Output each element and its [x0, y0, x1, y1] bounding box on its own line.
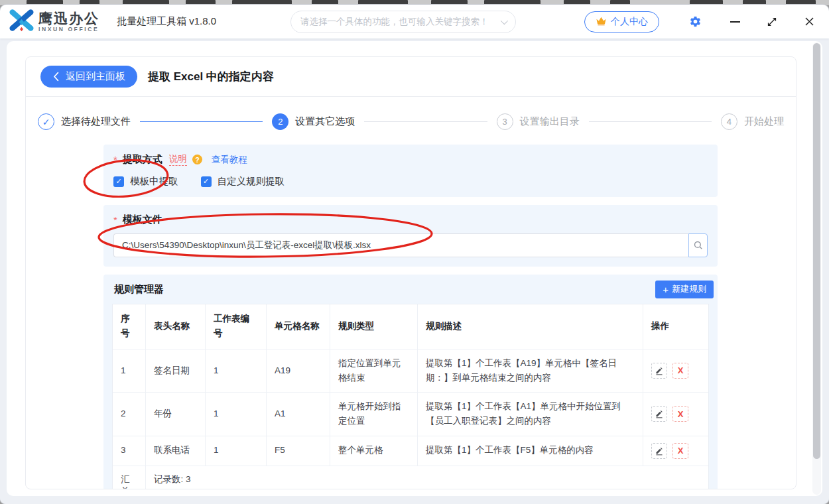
function-search-select[interactable]: 请选择一个具体的功能，也可输入关键字搜索！ — [290, 11, 516, 33]
step-label: 设置输出目录 — [520, 115, 580, 128]
close-button[interactable] — [801, 14, 817, 30]
minimize-icon — [730, 21, 740, 23]
step-1-select-files: ✓ 选择待处理文件 — [38, 113, 131, 130]
page-header: 返回到主面板 提取 Excel 中的指定内容 — [26, 57, 796, 97]
user-center-button[interactable]: 个人中心 — [584, 11, 659, 32]
table-header-row: 序号 表头名称 工作表编号 单元格名称 规则类型 规则描述 操作 — [113, 304, 708, 349]
required-asterisk: * — [113, 214, 117, 225]
step-connector — [589, 121, 712, 123]
summary-label: 汇总 — [113, 466, 146, 489]
pencil-icon — [655, 409, 664, 418]
step-number: 4 — [721, 113, 737, 130]
delete-rule-button[interactable]: X — [672, 443, 688, 459]
checkbox-label: 模板中提取 — [130, 175, 178, 188]
extract-method-label: 提取方式 — [123, 153, 162, 166]
step-4-start: 4 开始处理 — [721, 113, 784, 130]
template-file-label: 模板文件 — [123, 214, 162, 226]
restore-button[interactable] — [764, 14, 780, 30]
template-file-section: * 模板文件 — [103, 205, 718, 267]
content-area: 返回到主面板 提取 Excel 中的指定内容 ✓ 选择待处理文件 2 — [0, 38, 829, 504]
scrollbar-thumb[interactable] — [813, 43, 820, 459]
table-summary-row: 汇总 记录数: 3 — [113, 466, 708, 489]
back-button-label: 返回到主面板 — [66, 70, 125, 83]
plus-icon: + — [663, 284, 669, 294]
step-number: 3 — [497, 113, 513, 130]
brand-name-en: INXUN OFFICE — [38, 27, 99, 32]
new-rule-button[interactable]: + 新建规则 — [655, 281, 714, 298]
table-row: 2 年份 1 A1 单元格开始到指定位置 提取第【1】个工作表【A1】单元格中开… — [113, 393, 708, 436]
col-cell-name: 单元格名称 — [267, 304, 330, 349]
required-asterisk: * — [113, 154, 117, 165]
template-file-path-input[interactable] — [113, 233, 688, 257]
user-center-label: 个人中心 — [611, 16, 648, 28]
search-select-placeholder: 请选择一个具体的功能，也可输入关键字搜索！ — [300, 16, 489, 28]
checkbox-checked-icon: ✓ — [201, 176, 212, 187]
step-2-options: 2 设置其它选项 — [272, 113, 355, 130]
rules-table: 序号 表头名称 工作表编号 单元格名称 规则类型 规则描述 操作 1 — [112, 304, 709, 489]
help-link[interactable]: 说明 — [169, 153, 187, 166]
new-rule-label: 新建规则 — [672, 283, 706, 295]
step-3-output-dir: 3 设置输出目录 — [497, 113, 580, 130]
app-window: 鹰迅办公 INXUN OFFICE 批量处理工具箱 v1.8.0 请选择一个具体… — [0, 0, 829, 504]
step-connector — [140, 121, 263, 123]
back-to-dashboard-button[interactable]: 返回到主面板 — [40, 66, 137, 88]
step-label: 选择待处理文件 — [61, 115, 131, 128]
wizard-panel: 返回到主面板 提取 Excel 中的指定内容 ✓ 选择待处理文件 2 — [25, 56, 797, 489]
settings-button[interactable] — [687, 14, 703, 30]
col-rule-desc: 规则描述 — [418, 304, 643, 349]
page-title: 提取 Excel 中的指定内容 — [148, 69, 274, 84]
browse-file-button[interactable] — [688, 233, 708, 257]
step-connector — [364, 121, 487, 123]
record-count: 记录数: 3 — [146, 466, 708, 489]
main-window: 鹰迅办公 INXUN OFFICE 批量处理工具箱 v1.8.0 请选择一个具体… — [0, 5, 829, 504]
check-icon: ✓ — [38, 113, 54, 130]
app-title: 批量处理工具箱 v1.8.0 — [117, 15, 216, 28]
checkbox-checked-icon: ✓ — [113, 176, 124, 187]
wizard-stepper: ✓ 选择待处理文件 2 设置其它选项 3 设置输出目录 — [26, 97, 796, 141]
rule-manager-section: 规则管理器 + 新建规则 序号 表头名称 工作表编号 — [103, 275, 718, 489]
close-icon — [804, 16, 815, 27]
rule-manager-title: 规则管理器 — [114, 283, 164, 296]
gear-icon — [689, 15, 702, 28]
extract-method-section: * 提取方式 说明 ? 查看教程 ✓ 模板中提取 — [103, 145, 718, 197]
crown-icon — [596, 16, 607, 28]
checkbox-label: 自定义规则提取 — [218, 175, 285, 188]
chevron-left-icon — [52, 72, 60, 82]
delete-rule-button[interactable]: X — [672, 363, 688, 379]
step-label: 设置其它选项 — [295, 115, 355, 128]
pencil-icon — [655, 446, 664, 456]
minimize-button[interactable] — [727, 14, 743, 30]
col-actions: 操作 — [643, 304, 708, 349]
logo-x-icon — [9, 8, 34, 35]
col-rule-type: 规则类型 — [330, 304, 418, 349]
col-sheet-no: 工作表编号 — [206, 304, 267, 349]
step-number: 2 — [272, 113, 288, 130]
table-row: 3 联系电话 1 F5 整个单元格 提取第【1】个工作表【F5】单元格的内容 — [113, 436, 708, 466]
step-label: 开始处理 — [744, 115, 784, 128]
col-header-name: 表头名称 — [146, 304, 206, 349]
col-index: 序号 — [113, 304, 146, 349]
content-card: 返回到主面板 提取 Excel 中的指定内容 ✓ 选择待处理文件 2 — [7, 41, 822, 496]
titlebar: 鹰迅办公 INXUN OFFICE 批量处理工具箱 v1.8.0 请选择一个具体… — [0, 5, 829, 38]
table-row: 1 签名日期 1 A19 指定位置到单元格结束 提取第【1】个工作表【A19】单… — [113, 349, 708, 393]
resize-icon — [767, 17, 777, 27]
scrollbar[interactable] — [812, 42, 821, 495]
checkbox-custom-rule-extract[interactable]: ✓ 自定义规则提取 — [201, 175, 285, 188]
chevron-down-icon — [501, 17, 508, 24]
app-logo: 鹰迅办公 INXUN OFFICE — [9, 8, 99, 35]
delete-rule-button[interactable]: X — [672, 406, 688, 422]
question-mark-icon[interactable]: ? — [192, 155, 202, 164]
edit-rule-button[interactable] — [651, 443, 667, 459]
tutorial-link[interactable]: 查看教程 — [212, 154, 247, 166]
edit-rule-button[interactable] — [651, 363, 667, 379]
edit-rule-button[interactable] — [651, 406, 667, 422]
checkbox-template-extract[interactable]: ✓ 模板中提取 — [113, 175, 178, 188]
pencil-icon — [655, 366, 664, 375]
search-icon — [693, 240, 704, 251]
brand-name: 鹰迅办公 — [38, 11, 99, 25]
